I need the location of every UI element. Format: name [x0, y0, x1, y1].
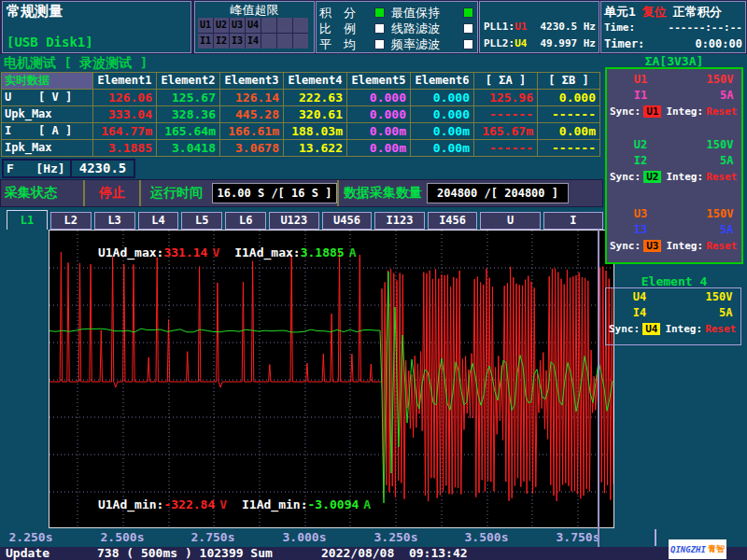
i4-range: 5A [673, 305, 732, 321]
toggle-line-filter: 线路滤波 [391, 21, 475, 36]
integ-label: Integ: [665, 323, 702, 335]
sum-a-panel: U1150V I15A Sync: U1 Integ: Reset U2150V… [605, 67, 743, 264]
integ-reset-4[interactable]: Reset [705, 323, 736, 335]
tab-u123[interactable]: U123 [269, 212, 319, 230]
i1-min-value: -3.0094 [308, 497, 359, 511]
sample-count-label: 数据采集数量 [339, 185, 427, 202]
tab-i[interactable]: I [543, 212, 603, 230]
table-cell: 222.63 [284, 90, 346, 105]
row-label-ipk-max: Ipk_Max [2, 140, 92, 156]
element4-panel: U4150V I45A Sync: U4 Integ: Reset [605, 287, 741, 345]
u2-range: 150V [674, 137, 733, 153]
tab-l3[interactable]: L3 [94, 212, 135, 230]
table-cell: 333.04 [93, 106, 156, 122]
unit-reset-label[interactable]: 复位 [642, 4, 667, 21]
tab-i123[interactable]: I123 [374, 212, 425, 230]
integ-reset-3[interactable]: Reset [706, 240, 737, 252]
element3-config-group: U3150V I35A Sync: U3 Integ: Reset [607, 206, 741, 254]
u4-range: 150V [673, 289, 732, 305]
tab-i456[interactable]: I456 [428, 212, 478, 230]
i1-max-value: 3.1885 [301, 245, 345, 259]
tab-l2[interactable]: L2 [50, 212, 92, 230]
peak-cell-i4: I4 [246, 34, 261, 49]
table-cell: 165.67m [474, 123, 537, 139]
tab-l6[interactable]: L6 [225, 212, 266, 230]
pll2-row: PLL2:U4 49.997 Hz [484, 37, 596, 49]
bottom-status-bar: Update 738 ( 500ms ) 102399 Sum 2022/08/… [0, 547, 747, 560]
freq-value-box: 4230.5 [70, 159, 135, 178]
timer-label: Timer: [604, 37, 644, 50]
table-cell: ------ [538, 140, 599, 156]
integration-mode-label: 正常积分 [673, 4, 722, 21]
runtime-value: 16.00 S /[ 16 S ] [212, 183, 337, 203]
integral-toggle-square[interactable] [374, 7, 385, 18]
peak-limit-grid: U1 U2 U3 U4 I1 I2 I3 I4 [198, 18, 308, 49]
pll2-value: 49.997 Hz [540, 37, 596, 49]
i2-range: 5A [674, 153, 733, 169]
qingzhi-logo: QINGZHI 青智 [669, 539, 726, 559]
i1-max-label: I1Ad_max: [234, 245, 300, 259]
peak-cell-u3: U3 [230, 18, 245, 33]
peak-cell-empty [293, 18, 308, 33]
tab-l5[interactable]: L5 [181, 212, 222, 230]
waveform-chart: U1Ad_max:331.14VI1Ad_max:3.1885A U1Ad_mi… [49, 230, 614, 528]
average-toggle-square[interactable] [374, 39, 385, 49]
sync-badge-u4[interactable]: U4 [642, 323, 660, 335]
freq-filter-toggle-square[interactable] [463, 39, 473, 49]
peak-cell-empty [293, 34, 308, 49]
unit-label: 单元1 [604, 4, 636, 21]
table-cell: 164.77m [93, 123, 156, 139]
acquisition-status-bar: 采集状态 停止 运行时间 16.00 S /[ 16 S ] 数据采集数量 20… [0, 179, 603, 207]
sum-a-wiring-title: ΣA[3V3A] [603, 54, 745, 68]
time-value: ------:--:-- [669, 21, 742, 34]
scale-toggle-square[interactable] [374, 23, 385, 34]
waveform-tab-bar: L1 L2 L3 L4 L5 L6 U123 U456 I123 I456 U … [0, 209, 603, 230]
tab-u[interactable]: U [480, 212, 540, 230]
update-stats: 738 ( 500ms ) 102399 Sum [97, 546, 273, 560]
element2-config-group: U2150V I25A Sync: U2 Integ: Reset [607, 137, 741, 185]
integ-label: Integ: [666, 171, 703, 183]
table-header-element4: Element4 [284, 73, 346, 89]
sync-label: Sync: [610, 171, 641, 183]
table-cell: 125.96 [474, 90, 537, 105]
mode-title: 常规测量 [7, 3, 63, 21]
x-tick: 2.500s [101, 530, 145, 544]
table-cell: 3.1885 [93, 140, 156, 156]
sync-badge-u3[interactable]: U3 [643, 240, 661, 252]
pll1-row: PLL1:U1 4230.5 Hz [484, 21, 596, 33]
sync-badge-u1[interactable]: U1 [643, 105, 661, 118]
table-cell: 126.06 [93, 90, 156, 105]
peak-cell-i3: I3 [230, 34, 245, 49]
i1-min-unit: A [363, 497, 371, 511]
x-tick: 3.250s [374, 530, 418, 544]
x-tick: 2.250s [9, 530, 53, 544]
i1-range: 5A [674, 88, 733, 104]
table-cell: 0.00m [347, 140, 410, 156]
integ-reset-2[interactable]: Reset [706, 171, 737, 183]
integ-reset-1[interactable]: Reset [706, 105, 737, 118]
i1-channel: I1 [607, 88, 674, 104]
u2-channel: U2 [607, 137, 674, 153]
table-cell: 0.000 [411, 90, 473, 105]
tab-l1[interactable]: L1 [7, 210, 48, 230]
tab-u456[interactable]: U456 [322, 212, 373, 230]
table-cell: 320.61 [284, 106, 346, 122]
table-cell: 0.000 [347, 90, 410, 105]
table-cell: 165.64m [157, 123, 219, 139]
update-label: Update [6, 546, 49, 560]
max-hold-toggle-square[interactable] [463, 7, 473, 18]
i1-min-label: I1Ad_min: [242, 497, 307, 511]
test-mode-subtitle: 电机测试 [ 录波测试 ] [4, 55, 148, 72]
table-cell: 3.0418 [157, 140, 219, 156]
toggle-average: 平 均 [319, 36, 387, 52]
u1-max-label: U1Ad_max: [98, 245, 163, 259]
tab-l4[interactable]: L4 [138, 212, 179, 230]
i3-range: 5A [674, 222, 733, 238]
table-header-element2: Element2 [157, 73, 219, 89]
sync-badge-u2[interactable]: U2 [643, 171, 661, 183]
line-filter-toggle-square[interactable] [463, 23, 473, 34]
u4-channel: U4 [606, 289, 673, 305]
x-axis: 2.250s 2.500s 2.750s 3.000s 3.250s 3.500… [0, 529, 657, 546]
x-tick: 3.000s [283, 530, 327, 544]
table-cell: 0.000 [411, 106, 473, 122]
